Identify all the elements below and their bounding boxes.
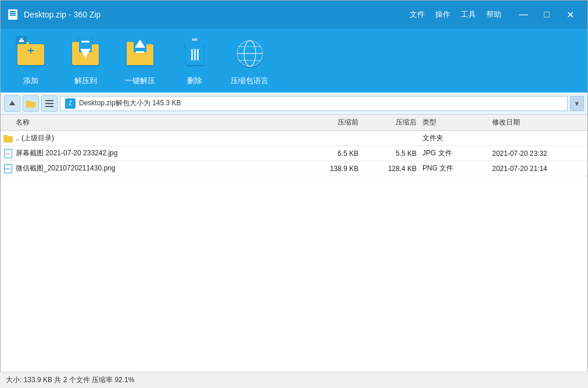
file-icon [3, 133, 13, 144]
nav-folder-button[interactable] [23, 95, 39, 112]
svg-rect-20 [136, 51, 144, 53]
title-bar: Desktop.zip - 360 Zip 文件 操作 工具 帮助 — □ ✕ [1, 1, 587, 29]
svg-rect-25 [191, 49, 193, 60]
window-title: Desktop.zip - 360 Zip [24, 10, 410, 19]
lang-button[interactable]: 压缩包语言 [231, 35, 268, 86]
col-after-header: 压缩后 [364, 118, 422, 127]
svg-rect-4 [17, 44, 44, 65]
menu-bar: 文件 操作 工具 帮助 [410, 9, 501, 20]
col-date-header: 修改日期 [492, 118, 585, 127]
file-type: 文件夹 [422, 133, 492, 143]
delete-icon [176, 35, 213, 72]
table-row[interactable]: PNG 微信截图_20210720211430.png 138.9 KB 128… [1, 161, 587, 176]
svg-marker-34 [9, 101, 15, 105]
file-name: 屏幕截图 2021-07-20 233242.jpg [16, 148, 306, 158]
extract-icon [67, 35, 104, 72]
col-before-header: 压缩前 [306, 118, 364, 127]
svg-rect-24 [192, 38, 198, 41]
oneclick-label: 一键解压 [125, 76, 155, 86]
file-after: 128.4 KB [364, 165, 422, 173]
oneclick-icon [121, 35, 159, 72]
address-bar: Z Desktop.zip解包大小为 145.3 KB ▼ [1, 92, 587, 115]
svg-rect-41 [3, 135, 8, 137]
file-list: 名称 压缩前 压缩后 类型 修改日期 .. (上级目录) 文件夹 JPG 屏幕截… [1, 115, 587, 372]
window-controls: — □ ✕ [512, 1, 582, 29]
add-label: 添加 [23, 76, 38, 86]
svg-rect-37 [45, 100, 53, 101]
svg-rect-7 [30, 48, 31, 54]
svg-rect-26 [194, 49, 196, 60]
nav-up-button[interactable] [4, 95, 20, 112]
svg-text:PNG: PNG [5, 168, 10, 170]
menu-tools[interactable]: 工具 [461, 9, 476, 20]
delete-label: 删除 [187, 76, 202, 86]
menu-operate[interactable]: 操作 [435, 9, 450, 20]
add-button[interactable]: 添加 [12, 35, 49, 86]
table-row[interactable]: JPG 屏幕截图 2021-07-20 233242.jpg 6.5 KB 5.… [1, 146, 587, 161]
svg-rect-38 [45, 103, 53, 104]
file-before: 6.5 KB [306, 149, 364, 158]
address-text: Desktop.zip解包大小为 145.3 KB [79, 98, 181, 108]
extract-label: 解压到 [74, 76, 97, 86]
status-bar: 大小: 133.9 KB 共 2 个文件 压缩率 92.1% [0, 372, 588, 388]
file-before: 138.9 KB [306, 165, 364, 173]
svg-rect-27 [197, 49, 199, 60]
file-date: 2021-07-20 23:32 [492, 149, 585, 158]
app-icon [6, 8, 19, 21]
toolbar: 添加 解压到 一键解压 [1, 29, 587, 92]
nav-list-button[interactable] [41, 95, 58, 112]
svg-rect-39 [45, 106, 53, 107]
delete-button[interactable]: 删除 [176, 35, 213, 86]
file-icon: JPG [3, 148, 13, 159]
svg-rect-36 [26, 101, 30, 103]
lang-icon [231, 35, 268, 72]
zip-icon: Z [65, 98, 76, 109]
menu-file[interactable]: 文件 [410, 9, 425, 20]
file-icon: PNG [3, 163, 13, 174]
file-rows: .. (上级目录) 文件夹 JPG 屏幕截图 2021-07-20 233242… [1, 131, 587, 176]
file-type: PNG 文件 [422, 163, 492, 173]
svg-rect-10 [19, 40, 24, 42]
menu-help[interactable]: 帮助 [486, 9, 501, 20]
address-input[interactable]: Z Desktop.zip解包大小为 145.3 KB [60, 96, 568, 111]
list-header: 名称 压缩前 压缩后 类型 修改日期 [1, 115, 587, 131]
status-text: 大小: 133.9 KB 共 2 个文件 压缩率 92.1% [6, 375, 134, 385]
address-dropdown[interactable]: ▼ [570, 96, 584, 111]
maximize-button[interactable]: □ [535, 1, 558, 29]
minimize-button[interactable]: — [512, 1, 535, 29]
svg-rect-15 [81, 41, 89, 42]
col-name-header: 名称 [3, 118, 306, 127]
col-type-header: 类型 [422, 118, 492, 127]
main-content: 名称 压缩前 压缩后 类型 修改日期 .. (上级目录) 文件夹 JPG 屏幕截… [1, 115, 587, 372]
oneclick-button[interactable]: 一键解压 [121, 35, 159, 86]
svg-rect-2 [10, 13, 16, 14]
file-after: 5.5 KB [364, 149, 422, 158]
table-row[interactable]: .. (上级目录) 文件夹 [1, 131, 587, 146]
svg-rect-1 [10, 11, 16, 12]
file-date: 2021-07-20 21:14 [492, 165, 585, 173]
svg-text:JPG: JPG [5, 152, 10, 155]
close-button[interactable]: ✕ [558, 1, 582, 29]
file-name: 微信截图_20210720211430.png [16, 163, 306, 173]
add-icon [12, 35, 49, 72]
extract-button[interactable]: 解压到 [67, 35, 104, 86]
file-name: .. (上级目录) [16, 133, 306, 143]
svg-rect-3 [10, 15, 16, 16]
lang-label: 压缩包语言 [231, 76, 268, 86]
file-type: JPG 文件 [422, 148, 492, 158]
